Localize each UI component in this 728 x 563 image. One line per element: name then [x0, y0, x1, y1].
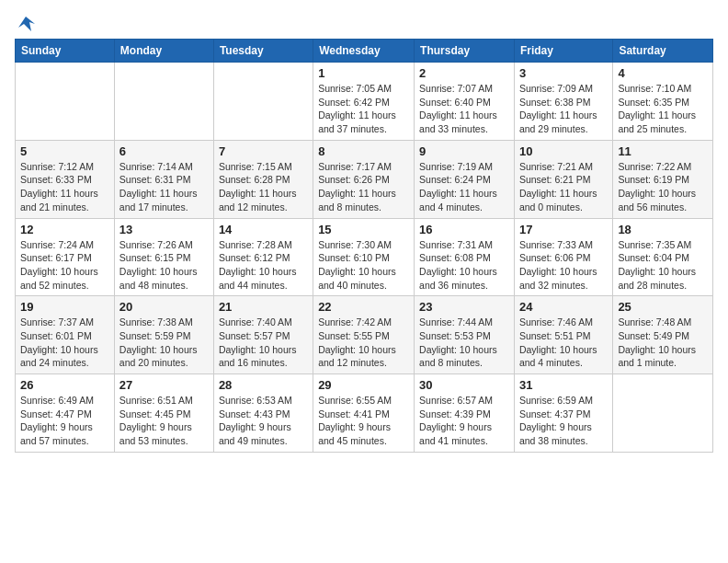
- day-number: 30: [419, 378, 509, 392]
- day-number: 10: [519, 144, 608, 158]
- calendar-cell: 23Sunrise: 7:44 AM Sunset: 5:53 PM Dayli…: [415, 296, 515, 374]
- calendar-cell: 5Sunrise: 7:12 AM Sunset: 6:33 PM Daylig…: [16, 140, 115, 218]
- logo-bird-icon: [17, 15, 35, 31]
- day-info: Sunrise: 6:57 AM Sunset: 4:39 PM Dayligh…: [419, 394, 509, 448]
- header-day-wednesday: Wednesday: [313, 40, 415, 63]
- day-info: Sunrise: 7:42 AM Sunset: 5:55 PM Dayligh…: [318, 316, 409, 370]
- calendar-cell: 8Sunrise: 7:17 AM Sunset: 6:26 PM Daylig…: [313, 140, 415, 218]
- day-number: 19: [20, 300, 109, 314]
- day-info: Sunrise: 7:38 AM Sunset: 5:59 PM Dayligh…: [119, 316, 209, 370]
- day-number: 26: [20, 378, 109, 392]
- day-number: 31: [519, 378, 608, 392]
- calendar-cell: 17Sunrise: 7:33 AM Sunset: 6:06 PM Dayli…: [514, 218, 612, 296]
- calendar-cell: 22Sunrise: 7:42 AM Sunset: 5:55 PM Dayli…: [313, 296, 415, 374]
- day-number: 7: [219, 144, 308, 158]
- calendar-cell: 24Sunrise: 7:46 AM Sunset: 5:51 PM Dayli…: [514, 296, 612, 374]
- day-number: 16: [419, 223, 509, 236]
- day-number: 27: [119, 378, 209, 392]
- svg-marker-0: [18, 17, 35, 31]
- calendar-cell: 13Sunrise: 7:26 AM Sunset: 6:15 PM Dayli…: [114, 218, 213, 296]
- day-number: 13: [119, 223, 209, 236]
- day-info: Sunrise: 7:48 AM Sunset: 5:49 PM Dayligh…: [618, 316, 708, 370]
- calendar-cell: [114, 63, 213, 141]
- day-number: 24: [519, 300, 608, 314]
- calendar-week-row: 1Sunrise: 7:05 AM Sunset: 6:42 PM Daylig…: [16, 63, 713, 141]
- day-number: 15: [318, 223, 409, 236]
- calendar-body: 1Sunrise: 7:05 AM Sunset: 6:42 PM Daylig…: [16, 63, 713, 453]
- day-number: 8: [318, 144, 409, 158]
- day-number: 2: [419, 66, 509, 80]
- page-header: [15, 15, 713, 31]
- calendar-cell: 19Sunrise: 7:37 AM Sunset: 6:01 PM Dayli…: [16, 296, 115, 374]
- day-info: Sunrise: 7:21 AM Sunset: 6:21 PM Dayligh…: [519, 160, 608, 214]
- day-number: 5: [20, 144, 109, 158]
- calendar-cell: [213, 63, 313, 141]
- calendar-cell: 11Sunrise: 7:22 AM Sunset: 6:19 PM Dayli…: [613, 140, 713, 218]
- day-number: 6: [119, 144, 209, 158]
- calendar-cell: 30Sunrise: 6:57 AM Sunset: 4:39 PM Dayli…: [415, 374, 515, 453]
- day-info: Sunrise: 7:17 AM Sunset: 6:26 PM Dayligh…: [318, 160, 409, 214]
- day-number: 3: [519, 66, 608, 80]
- calendar-week-row: 26Sunrise: 6:49 AM Sunset: 4:47 PM Dayli…: [16, 374, 713, 453]
- calendar-cell: 4Sunrise: 7:10 AM Sunset: 6:35 PM Daylig…: [613, 63, 713, 141]
- day-info: Sunrise: 6:49 AM Sunset: 4:47 PM Dayligh…: [20, 394, 109, 448]
- calendar-week-row: 12Sunrise: 7:24 AM Sunset: 6:17 PM Dayli…: [16, 218, 713, 296]
- calendar-table: SundayMondayTuesdayWednesdayThursdayFrid…: [15, 39, 713, 453]
- day-number: 9: [419, 144, 509, 158]
- day-number: 1: [318, 66, 409, 80]
- day-info: Sunrise: 7:24 AM Sunset: 6:17 PM Dayligh…: [20, 238, 109, 293]
- day-number: 11: [618, 144, 708, 158]
- logo: [15, 15, 35, 31]
- day-info: Sunrise: 6:53 AM Sunset: 4:43 PM Dayligh…: [219, 394, 308, 448]
- day-info: Sunrise: 7:07 AM Sunset: 6:40 PM Dayligh…: [419, 82, 509, 136]
- header-day-tuesday: Tuesday: [213, 40, 313, 63]
- day-info: Sunrise: 7:35 AM Sunset: 6:04 PM Dayligh…: [618, 238, 708, 293]
- calendar-cell: 31Sunrise: 6:59 AM Sunset: 4:37 PM Dayli…: [514, 374, 612, 453]
- day-info: Sunrise: 7:46 AM Sunset: 5:51 PM Dayligh…: [519, 316, 608, 370]
- day-number: 20: [119, 300, 209, 314]
- day-info: Sunrise: 7:37 AM Sunset: 6:01 PM Dayligh…: [20, 316, 109, 370]
- header-day-monday: Monday: [114, 40, 213, 63]
- day-info: Sunrise: 7:12 AM Sunset: 6:33 PM Dayligh…: [20, 160, 109, 214]
- day-info: Sunrise: 6:51 AM Sunset: 4:45 PM Dayligh…: [119, 394, 209, 448]
- calendar-cell: [613, 374, 713, 453]
- day-info: Sunrise: 7:30 AM Sunset: 6:10 PM Dayligh…: [318, 238, 409, 293]
- calendar-week-row: 19Sunrise: 7:37 AM Sunset: 6:01 PM Dayli…: [16, 296, 713, 374]
- header-day-friday: Friday: [514, 40, 612, 63]
- calendar-cell: 27Sunrise: 6:51 AM Sunset: 4:45 PM Dayli…: [114, 374, 213, 453]
- header-day-saturday: Saturday: [613, 40, 713, 63]
- calendar-cell: 15Sunrise: 7:30 AM Sunset: 6:10 PM Dayli…: [313, 218, 415, 296]
- calendar-cell: 6Sunrise: 7:14 AM Sunset: 6:31 PM Daylig…: [114, 140, 213, 218]
- day-number: 14: [219, 223, 308, 236]
- calendar-cell: 3Sunrise: 7:09 AM Sunset: 6:38 PM Daylig…: [514, 63, 612, 141]
- day-number: 23: [419, 300, 509, 314]
- day-number: 25: [618, 300, 708, 314]
- day-info: Sunrise: 7:40 AM Sunset: 5:57 PM Dayligh…: [219, 316, 308, 370]
- calendar-week-row: 5Sunrise: 7:12 AM Sunset: 6:33 PM Daylig…: [16, 140, 713, 218]
- day-info: Sunrise: 7:05 AM Sunset: 6:42 PM Dayligh…: [318, 82, 409, 136]
- calendar-cell: 14Sunrise: 7:28 AM Sunset: 6:12 PM Dayli…: [213, 218, 313, 296]
- day-info: Sunrise: 6:59 AM Sunset: 4:37 PM Dayligh…: [519, 394, 608, 448]
- day-number: 18: [618, 223, 708, 236]
- calendar-cell: 18Sunrise: 7:35 AM Sunset: 6:04 PM Dayli…: [613, 218, 713, 296]
- day-info: Sunrise: 7:22 AM Sunset: 6:19 PM Dayligh…: [618, 160, 708, 214]
- day-info: Sunrise: 7:28 AM Sunset: 6:12 PM Dayligh…: [219, 238, 308, 293]
- day-info: Sunrise: 7:19 AM Sunset: 6:24 PM Dayligh…: [419, 160, 509, 214]
- header-day-sunday: Sunday: [16, 40, 115, 63]
- calendar-cell: 9Sunrise: 7:19 AM Sunset: 6:24 PM Daylig…: [415, 140, 515, 218]
- calendar-cell: [16, 63, 115, 141]
- calendar-cell: 2Sunrise: 7:07 AM Sunset: 6:40 PM Daylig…: [415, 63, 515, 141]
- day-info: Sunrise: 7:33 AM Sunset: 6:06 PM Dayligh…: [519, 238, 608, 293]
- calendar-cell: 1Sunrise: 7:05 AM Sunset: 6:42 PM Daylig…: [313, 63, 415, 141]
- day-number: 22: [318, 300, 409, 314]
- day-number: 28: [219, 378, 308, 392]
- header-day-thursday: Thursday: [415, 40, 515, 63]
- calendar-cell: 21Sunrise: 7:40 AM Sunset: 5:57 PM Dayli…: [213, 296, 313, 374]
- calendar-cell: 16Sunrise: 7:31 AM Sunset: 6:08 PM Dayli…: [415, 218, 515, 296]
- calendar-cell: 12Sunrise: 7:24 AM Sunset: 6:17 PM Dayli…: [16, 218, 115, 296]
- calendar-cell: 10Sunrise: 7:21 AM Sunset: 6:21 PM Dayli…: [514, 140, 612, 218]
- day-info: Sunrise: 7:26 AM Sunset: 6:15 PM Dayligh…: [119, 238, 209, 293]
- day-number: 21: [219, 300, 308, 314]
- day-number: 12: [20, 223, 109, 236]
- day-info: Sunrise: 6:55 AM Sunset: 4:41 PM Dayligh…: [318, 394, 409, 448]
